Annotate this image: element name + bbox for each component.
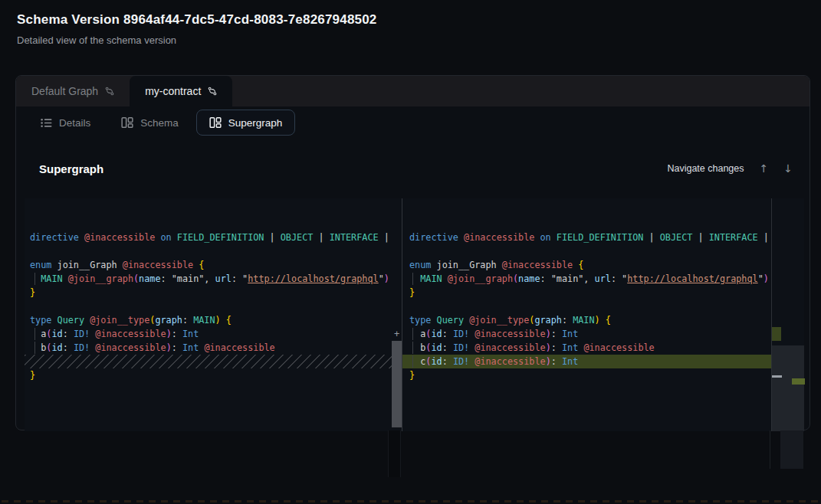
code-token: graph bbox=[534, 315, 562, 326]
code-token: | bbox=[692, 232, 708, 243]
navigate-up-button[interactable]: ↑ bbox=[760, 162, 769, 175]
code-token: FIELD_DEFINITION bbox=[557, 232, 644, 243]
code-token: name bbox=[518, 273, 540, 284]
variant-tabstrip: Default Graph my-contract bbox=[16, 76, 810, 106]
code-token: name bbox=[139, 273, 160, 284]
code-token: " bbox=[379, 273, 384, 284]
code-token: : bbox=[172, 342, 182, 353]
code-line bbox=[402, 299, 771, 313]
subtab-supergraph[interactable]: Supergraph bbox=[196, 110, 296, 136]
subtab-label: Details bbox=[59, 117, 90, 129]
code-token: : bbox=[182, 315, 193, 326]
code-line: b(id: ID! @inaccessible): Int @inaccessi… bbox=[402, 341, 771, 355]
minimap[interactable] bbox=[771, 198, 804, 431]
subtab-details[interactable]: Details bbox=[28, 110, 103, 136]
page-header: Schema Version 8964af44-7dc5-47cd-8083-7… bbox=[17, 12, 377, 46]
code-token: ) bbox=[215, 315, 221, 326]
subtab-label: Supergraph bbox=[228, 117, 283, 129]
code-token: enum bbox=[30, 260, 51, 270]
code-token: type bbox=[409, 315, 431, 326]
code-token: { bbox=[226, 315, 232, 326]
code-token: @inaccessible bbox=[475, 329, 545, 339]
code-token: ) bbox=[546, 356, 551, 367]
code-token bbox=[51, 260, 57, 270]
code-token: @inaccessible bbox=[204, 342, 274, 353]
code-token: id bbox=[51, 342, 62, 353]
code-line: a(id: ID! @inaccessible): Int bbox=[402, 327, 771, 341]
code-token: @inaccessible bbox=[464, 232, 534, 243]
code-token: url bbox=[595, 273, 611, 284]
code-token: } bbox=[409, 370, 415, 381]
code-token bbox=[600, 315, 606, 326]
navigate-down-button[interactable]: ↓ bbox=[783, 162, 793, 175]
code-token: OBJECT bbox=[281, 232, 314, 243]
tab-my-contract[interactable]: my-contract bbox=[130, 76, 232, 106]
code-token bbox=[172, 232, 177, 243]
code-token: { bbox=[578, 260, 583, 270]
code-line: MAIN @join__graph(name: "main", url: "ht… bbox=[25, 272, 392, 286]
code-token: @inaccessible bbox=[502, 260, 573, 270]
code-line: } bbox=[25, 368, 392, 382]
code-token: Int bbox=[182, 342, 199, 353]
code-token: type bbox=[30, 315, 51, 326]
code-line: } bbox=[25, 286, 392, 299]
code-token: on bbox=[160, 232, 171, 243]
code-token: ) bbox=[546, 329, 551, 339]
scrollbar-thumb[interactable] bbox=[392, 341, 402, 427]
code-token: FIELD_DEFINITION bbox=[177, 232, 264, 243]
minimap-slider[interactable] bbox=[772, 345, 804, 431]
code-token: : bbox=[442, 329, 453, 339]
code-token: INTERFACE bbox=[709, 232, 758, 243]
code-token: @inaccessible bbox=[95, 342, 166, 353]
tab-label: Default Graph bbox=[31, 85, 98, 97]
code-token bbox=[431, 315, 436, 326]
code-line bbox=[402, 244, 771, 258]
minimap-viewport-mark bbox=[772, 375, 782, 378]
code-token bbox=[409, 329, 420, 339]
code-token: @join__type bbox=[469, 315, 529, 326]
code-token: ID! bbox=[453, 342, 469, 353]
code-token: Query bbox=[57, 315, 85, 326]
code-url-link[interactable]: http://localhost/graphql bbox=[248, 273, 378, 284]
tab-default-graph[interactable]: Default Graph bbox=[16, 76, 130, 106]
code-token: ) bbox=[764, 273, 769, 284]
code-line: type Query @join__type(graph: MAIN) { bbox=[402, 313, 771, 327]
code-token: join__Graph bbox=[437, 260, 497, 270]
subtab-schema[interactable]: Schema bbox=[108, 110, 192, 136]
code-token bbox=[63, 273, 68, 284]
code-token: , bbox=[583, 273, 594, 284]
bottom-dashed-edge bbox=[2, 500, 821, 502]
original-code-pane[interactable]: directive @inaccessible on FIELD_DEFINIT… bbox=[25, 198, 392, 431]
code-token bbox=[117, 260, 123, 270]
code-token: } bbox=[30, 370, 35, 381]
code-token: "main" bbox=[551, 273, 584, 284]
code-line: MAIN @join__graph(name: "main", url: "ht… bbox=[402, 272, 771, 286]
code-token: directive bbox=[409, 232, 458, 243]
code-line: enum join__Graph @inaccessible { bbox=[402, 258, 771, 272]
code-line: directive @inaccessible on FIELD_DEFINIT… bbox=[402, 231, 771, 244]
code-token: ) bbox=[595, 315, 600, 326]
code-token: Int bbox=[562, 356, 578, 367]
code-url-link[interactable]: http://localhost/graphql bbox=[627, 273, 757, 284]
code-token: | bbox=[264, 232, 280, 243]
left-pane-scrollbar[interactable] bbox=[392, 198, 402, 431]
code-token: : bbox=[540, 273, 551, 284]
code-token: @join__type bbox=[90, 315, 149, 326]
modified-code-pane[interactable]: directive @inaccessible on FIELD_DEFINIT… bbox=[402, 198, 771, 431]
tab-label: my-contract bbox=[145, 85, 201, 97]
code-token: : bbox=[551, 342, 562, 353]
code-token bbox=[551, 232, 557, 243]
code-token: @inaccessible bbox=[583, 342, 654, 353]
code-token: Int bbox=[562, 342, 578, 353]
code-token: MAIN bbox=[573, 315, 594, 326]
code-line: type Query @join__type(graph: MAIN) { bbox=[25, 313, 392, 327]
fork-icon bbox=[208, 87, 217, 96]
code-token: { bbox=[606, 315, 611, 326]
diff-insert-marker: + bbox=[391, 327, 402, 341]
code-token: " bbox=[758, 273, 764, 284]
code-token: id bbox=[431, 342, 442, 353]
code-token: ID! bbox=[74, 342, 90, 353]
code-token: } bbox=[30, 287, 35, 298]
code-token bbox=[409, 273, 420, 284]
code-token: ) bbox=[166, 329, 172, 339]
